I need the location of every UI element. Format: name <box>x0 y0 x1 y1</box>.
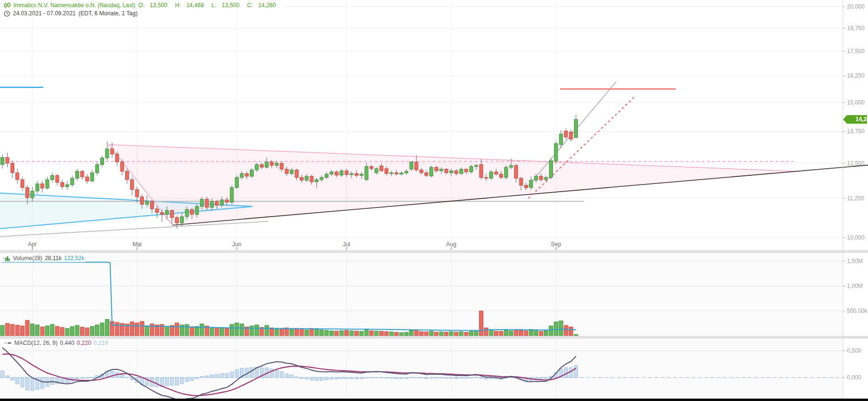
candle-up[interactable] <box>95 165 99 173</box>
volume-bar[interactable] <box>240 324 244 336</box>
volume-bar[interactable] <box>220 327 224 336</box>
candle-up[interactable] <box>410 162 413 169</box>
volume-bar[interactable] <box>145 326 149 336</box>
candle-up[interactable] <box>240 173 244 177</box>
candle-down[interactable] <box>480 165 483 178</box>
volume-bar[interactable] <box>564 325 568 336</box>
volume-bar[interactable] <box>340 331 343 336</box>
candle-up[interactable] <box>185 209 188 217</box>
volume-bar[interactable] <box>514 330 518 336</box>
volume-bar[interactable] <box>0 325 4 336</box>
candle-down[interactable] <box>245 173 248 176</box>
volume-bar[interactable] <box>445 332 448 336</box>
candle-down[interactable] <box>26 187 29 197</box>
volume-bar[interactable] <box>65 328 69 336</box>
volume-bar[interactable] <box>195 326 199 336</box>
volume-bar[interactable] <box>489 330 493 336</box>
volume-bar[interactable] <box>479 311 483 336</box>
candle-up[interactable] <box>255 165 258 170</box>
candle-up[interactable] <box>35 184 39 191</box>
candle-up[interactable] <box>250 170 254 176</box>
candle-up[interactable] <box>475 165 478 166</box>
volume-bar[interactable] <box>130 322 134 336</box>
volume-bar[interactable] <box>135 323 139 336</box>
volume-bar[interactable] <box>404 332 408 336</box>
volume-bar[interactable] <box>519 331 523 336</box>
candle-down[interactable] <box>225 200 229 202</box>
volume-bar[interactable] <box>559 321 563 336</box>
volume-bar[interactable] <box>469 332 473 336</box>
candle-down[interactable] <box>415 162 418 170</box>
candle-down[interactable] <box>540 176 543 180</box>
volume-bar[interactable] <box>434 332 438 336</box>
volume-bar[interactable] <box>250 326 254 336</box>
volume-bar[interactable] <box>414 330 418 336</box>
candle-up[interactable] <box>490 172 493 178</box>
volume-bar[interactable] <box>459 332 463 336</box>
volume-bar[interactable] <box>21 326 24 336</box>
candle-down[interactable] <box>494 172 498 174</box>
volume-bar[interactable] <box>5 323 9 336</box>
volume-bar[interactable] <box>420 332 423 336</box>
candle-down[interactable] <box>434 167 438 171</box>
candle-down[interactable] <box>6 158 9 163</box>
candle-down[interactable] <box>425 172 428 175</box>
candle-up[interactable] <box>320 177 323 180</box>
candle-down[interactable] <box>41 184 44 188</box>
volume-bar[interactable] <box>549 326 553 336</box>
candle-down[interactable] <box>280 163 283 169</box>
candle-down[interactable] <box>380 166 383 171</box>
candle-up[interactable] <box>330 172 333 174</box>
candle-up[interactable] <box>390 172 393 173</box>
candle-down[interactable] <box>355 173 358 175</box>
candle-up[interactable] <box>575 119 578 137</box>
candle-up[interactable] <box>365 166 368 179</box>
volume-bar[interactable] <box>395 332 399 336</box>
candle-down[interactable] <box>60 183 64 187</box>
volume-bar[interactable] <box>499 332 503 336</box>
volume-bar[interactable] <box>165 326 169 336</box>
candle-down[interactable] <box>135 190 139 197</box>
candle-up[interactable] <box>101 158 104 165</box>
macd-indicator-label[interactable]: MACD(12, 26, 9) 0,440 0,220 0,219 <box>3 339 109 347</box>
volume-bar[interactable] <box>379 332 383 336</box>
candle-down[interactable] <box>120 162 124 172</box>
candle-down[interactable] <box>11 163 14 173</box>
candle-up[interactable] <box>440 169 443 171</box>
volume-bar[interactable] <box>474 331 478 336</box>
volume-bar[interactable] <box>439 332 443 336</box>
volume-bar[interactable] <box>484 328 488 336</box>
candle-down[interactable] <box>260 165 263 168</box>
candle-down[interactable] <box>141 197 144 205</box>
candle-down[interactable] <box>110 149 114 154</box>
volume-bar[interactable] <box>95 325 99 336</box>
volume-bar[interactable] <box>60 327 64 336</box>
candle-up[interactable] <box>265 162 269 167</box>
volume-bar[interactable] <box>574 334 578 336</box>
volume-bar[interactable] <box>190 327 194 336</box>
candle-down[interactable] <box>385 169 388 173</box>
candle-down[interactable] <box>130 180 134 190</box>
volume-bar[interactable] <box>315 329 318 336</box>
volume-bar[interactable] <box>364 329 368 336</box>
candle-up[interactable] <box>375 169 378 173</box>
volume-bar[interactable] <box>295 328 299 336</box>
candle-up[interactable] <box>340 171 343 175</box>
candle-down[interactable] <box>160 213 164 215</box>
volume-pane-bg[interactable] <box>0 253 843 336</box>
volume-bar[interactable] <box>70 327 74 336</box>
volume-bar[interactable] <box>35 325 39 336</box>
candle-down[interactable] <box>170 210 174 218</box>
candle-down[interactable] <box>16 172 19 179</box>
volume-bar[interactable] <box>115 322 119 336</box>
candle-up[interactable] <box>559 134 563 145</box>
candle-up[interactable] <box>360 174 363 175</box>
volume-bar[interactable] <box>290 329 293 336</box>
candle-down[interactable] <box>569 132 573 139</box>
volume-bar[interactable] <box>424 332 428 336</box>
volume-bar[interactable] <box>200 324 204 336</box>
candle-up[interactable] <box>66 185 69 187</box>
candle-up[interactable] <box>405 172 408 173</box>
candle-up[interactable] <box>31 191 34 198</box>
candle-down[interactable] <box>420 170 423 173</box>
